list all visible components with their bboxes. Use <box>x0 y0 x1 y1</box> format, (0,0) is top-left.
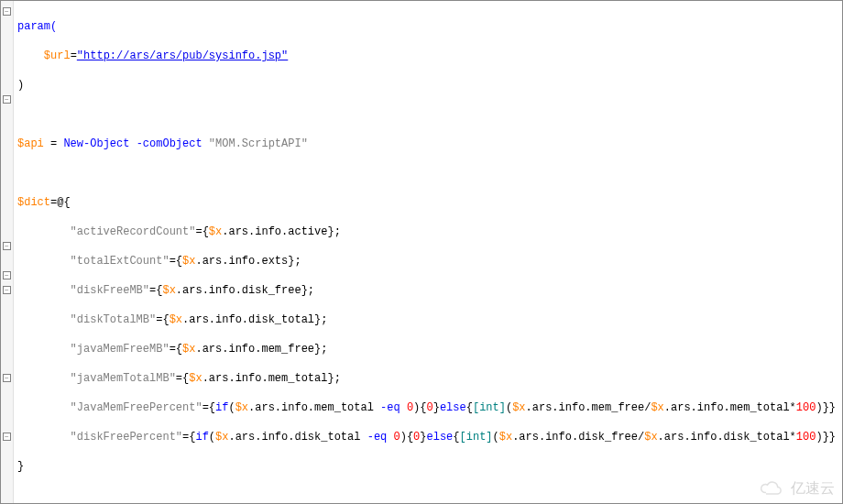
param-comobject: -comObject <box>137 137 209 150</box>
hash-key: "totalExtCount" <box>17 255 170 268</box>
hash-key: "activeRecordCount" <box>17 225 195 238</box>
keyword-else: else <box>440 401 466 414</box>
string-url: "http://ars/ars/pub/sysinfo.jsp" <box>77 49 288 62</box>
var-x: $x <box>182 255 195 268</box>
op-eq: -eq <box>367 431 394 444</box>
op-eq: = <box>170 343 176 356</box>
brace: ){ <box>400 431 413 444</box>
brace-open: { <box>176 343 182 356</box>
var-x: $x <box>499 431 512 444</box>
brace: ){ <box>413 401 426 414</box>
var-x: $x <box>170 313 182 326</box>
hash-key: "javaMemFreeMB" <box>17 343 170 356</box>
brace-open: { <box>162 313 169 326</box>
member-access: .ars.info.mem_total}; <box>203 372 341 385</box>
brace-open: { <box>453 431 459 444</box>
member-access: .ars.info.exts}; <box>195 255 301 268</box>
fold-toggle[interactable]: − <box>3 286 11 294</box>
paren-open: ( <box>228 401 235 414</box>
watermark-text: 亿速云 <box>791 481 835 496</box>
var-url: $url <box>44 49 71 62</box>
member-access: .ars.info.disk_free/ <box>512 431 644 444</box>
var-x: $x <box>182 343 195 356</box>
member-access: .ars.info.mem_total <box>248 401 380 414</box>
fold-toggle[interactable]: − <box>3 433 11 441</box>
brace-close: } <box>433 401 440 414</box>
cmdlet-newobject: New-Object <box>63 137 136 150</box>
member-access: .ars.info.disk_free}; <box>176 284 314 297</box>
paren-open: ( <box>493 431 499 444</box>
fold-toggle[interactable]: − <box>3 271 11 279</box>
hash-key: "diskFreePercent" <box>17 431 182 444</box>
var-x: $x <box>235 401 248 414</box>
op-eq: -eq <box>380 401 407 414</box>
number-zero: 0 <box>394 431 400 444</box>
number-100: 100 <box>796 431 816 444</box>
hash-key: "diskTotalMB" <box>17 313 156 326</box>
cloud-icon <box>758 479 785 498</box>
var-x: $x <box>189 372 202 385</box>
brace-open: { <box>466 401 473 414</box>
var-x: $x <box>644 431 657 444</box>
member-access: .ars.info.mem_free/ <box>526 401 651 414</box>
hash-key: "diskFreeMB" <box>17 284 149 297</box>
fold-toggle[interactable]: − <box>3 95 11 104</box>
var-x: $x <box>209 225 222 238</box>
number-zero: 0 <box>427 401 433 414</box>
member-access: .ars.info.disk_total* <box>658 431 796 444</box>
member-access: .ars.info.disk_total <box>228 431 367 444</box>
var-api: $api <box>17 137 50 150</box>
op-eq: = <box>71 49 77 62</box>
op-eq: = <box>176 372 182 385</box>
type-int: [int] <box>460 431 493 444</box>
paren-open: ( <box>209 431 215 444</box>
brace-close: )}} <box>816 431 836 444</box>
hash-key: "JavaMemFreePercent" <box>17 401 203 414</box>
op-eq: = <box>170 255 176 268</box>
paren-close: ) <box>17 79 24 92</box>
keyword-else: else <box>427 431 454 444</box>
hash-open: @{ <box>57 196 70 209</box>
member-access: .ars.info.disk_total}; <box>182 313 327 326</box>
fold-toggle[interactable]: − <box>3 374 11 382</box>
indent <box>17 49 44 62</box>
brace-open: { <box>176 255 182 268</box>
keyword-if: if <box>215 401 228 414</box>
fold-toggle[interactable]: − <box>3 242 11 250</box>
code-editor[interactable]: param( $url="http://ars/ars/pub/sysinfo.… <box>14 1 842 503</box>
member-access: .ars.info.active}; <box>222 225 341 238</box>
brace-close: )}} <box>816 401 836 414</box>
var-x: $x <box>651 401 663 414</box>
var-x: $x <box>162 284 175 297</box>
brace-close: } <box>420 431 426 444</box>
keyword-param: param( <box>17 20 57 33</box>
number-100: 100 <box>796 401 816 414</box>
op-eq: = <box>50 137 63 150</box>
brace-close: } <box>17 460 24 473</box>
hash-key: "javaMemTotalMB" <box>17 372 176 385</box>
brace-open: ={ <box>182 431 195 444</box>
type-int: [int] <box>473 401 506 414</box>
keyword-if: if <box>195 431 208 444</box>
member-access: .ars.info.mem_free}; <box>195 343 327 356</box>
var-dict: $dict <box>17 196 50 209</box>
op-eq: = <box>195 225 202 238</box>
watermark: 亿速云 <box>758 479 835 498</box>
brace-open: ={ <box>203 401 215 414</box>
string-scriptapi: "MOM.ScriptAPI" <box>209 137 308 150</box>
fold-gutter: − − − − − − − <box>1 1 14 503</box>
brace-open: { <box>203 225 209 238</box>
var-x: $x <box>215 431 228 444</box>
var-x: $x <box>512 401 525 414</box>
fold-toggle[interactable]: − <box>3 7 11 16</box>
member-access: .ars.info.mem_total* <box>664 401 796 414</box>
